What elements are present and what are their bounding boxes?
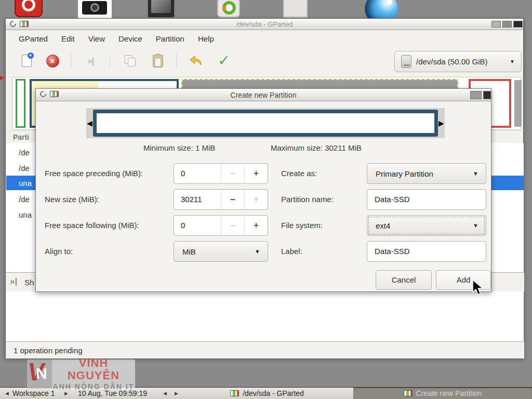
- check-icon: ✓: [218, 54, 230, 68]
- menubar: GParted Edit View Device Partition Help: [6, 30, 523, 48]
- chevron-down-icon: ▼: [510, 59, 515, 64]
- pager-next-icon[interactable]: ►: [174, 388, 179, 399]
- minimum-size-label: Minimum size: 1 MiB: [143, 143, 215, 152]
- minus-icon[interactable]: −: [221, 164, 244, 183]
- slider-right-arrow-icon[interactable]: ▶: [438, 108, 445, 138]
- free-space-preceding-value[interactable]: 0: [174, 164, 221, 183]
- toolbar-separator: [110, 54, 110, 68]
- close-button[interactable]: [513, 21, 523, 28]
- partition-name-input[interactable]: Data-SSD: [367, 189, 486, 210]
- free-space-preceding-spinner[interactable]: 0 − +: [174, 163, 268, 184]
- workspace-prev-icon[interactable]: ◄: [4, 388, 10, 399]
- taskbar-item-create-partition[interactable]: Create new Partition: [353, 388, 532, 399]
- create-as-label: Create as:: [281, 163, 317, 184]
- paste-icon: [153, 55, 163, 68]
- menu-edit[interactable]: Edit: [55, 30, 82, 48]
- menu-view[interactable]: View: [82, 30, 112, 48]
- align-to-dropdown[interactable]: MiB ▼: [174, 241, 268, 262]
- label-input[interactable]: Data-SSD: [367, 241, 486, 262]
- watermark-text: VINH NGUYÊN ANH NÔNG DÂN IT: [52, 357, 135, 391]
- cancel-button[interactable]: Cancel: [376, 270, 432, 290]
- undo-button[interactable]: [189, 54, 203, 68]
- label-label: Label:: [281, 241, 302, 262]
- globe-icon[interactable]: [365, 0, 398, 18]
- resize-move-button[interactable]: »|: [83, 54, 98, 68]
- new-partition-button[interactable]: +: [19, 54, 34, 68]
- dialog-titlebar[interactable]: Create new Partition: [36, 89, 491, 101]
- slider-partition-bar[interactable]: [93, 110, 438, 137]
- file-system-label: File system:: [281, 215, 323, 236]
- slider-free-space: [97, 113, 434, 133]
- edge-marker: [0, 76, 4, 80]
- mouse-cursor: [472, 280, 484, 296]
- free-space-following-label: Free space following (MiB):: [45, 215, 139, 236]
- menu-device[interactable]: Device: [112, 30, 149, 48]
- create-as-dropdown[interactable]: Primary Partition ▼: [367, 163, 486, 184]
- paste-button[interactable]: [151, 54, 165, 68]
- align-to-value: MiB: [174, 247, 255, 256]
- chevron-down-icon: ▼: [473, 222, 486, 229]
- gparted-icon: [404, 390, 413, 396]
- copy-button[interactable]: [123, 54, 138, 68]
- menu-gparted[interactable]: GParted: [12, 30, 55, 48]
- apply-button[interactable]: ✓: [217, 54, 231, 68]
- free-space-following-spinner[interactable]: 0 − +: [174, 215, 268, 236]
- box-icon[interactable]: [283, 0, 308, 18]
- close-button[interactable]: [483, 91, 491, 99]
- free-space-preceding-label: Free space preceding (MiB):: [45, 163, 143, 184]
- new-size-value[interactable]: 30211: [174, 190, 221, 209]
- taskbar-item-gparted[interactable]: /dev/sda - GParted: [181, 388, 353, 399]
- partition-green[interactable]: [16, 79, 25, 128]
- operation-icon: »|: [10, 276, 17, 287]
- shutdown-icon[interactable]: [15, 0, 43, 17]
- gparted-desktop-icon[interactable]: [217, 0, 240, 18]
- maximize-button[interactable]: [470, 91, 482, 99]
- partition-name-value: Data-SSD: [367, 190, 486, 209]
- new-size-label: New size (MiB):: [45, 189, 99, 210]
- watermark-logo: V N: [27, 360, 52, 389]
- slider-left-arrow-icon[interactable]: ◀: [86, 108, 93, 138]
- delete-partition-button[interactable]: ×: [45, 54, 60, 68]
- camera-lens: [90, 3, 99, 12]
- minus-icon[interactable]: −: [221, 216, 244, 235]
- partition-name-label: Partition name:: [281, 189, 334, 210]
- camera-icon[interactable]: [78, 0, 112, 18]
- create-as-value: Primary Partition: [367, 169, 473, 178]
- pager-prev-icon[interactable]: ◄: [162, 388, 168, 399]
- workspace-label[interactable]: Workspace 1: [12, 388, 55, 399]
- plus-icon[interactable]: +: [244, 216, 268, 235]
- align-to-label: Align to:: [45, 241, 73, 262]
- toolbar-separator: [176, 54, 177, 68]
- plus-icon[interactable]: +: [244, 190, 268, 209]
- new-size-spinner[interactable]: 30211 − +: [174, 189, 268, 210]
- gparted-icon: [230, 390, 239, 396]
- resize-icon: »|: [87, 55, 94, 66]
- menu-help[interactable]: Help: [191, 30, 221, 48]
- file-system-value: ext4: [367, 221, 473, 230]
- watermark-line1: VINH NGUYÊN: [52, 357, 135, 382]
- minus-icon[interactable]: −: [221, 190, 244, 209]
- partition-size-slider[interactable]: ◀ ▶: [86, 108, 445, 138]
- desktop-icon-strip: [0, 0, 532, 18]
- toolbar-separator: [71, 54, 71, 68]
- window-title: /dev/sda - GParted: [6, 19, 523, 30]
- file-system-dropdown[interactable]: ext4 ▼: [367, 215, 486, 236]
- minimize-button[interactable]: [491, 21, 501, 28]
- plus-badge-icon: +: [28, 52, 34, 59]
- power-ring: [22, 0, 35, 11]
- label-value: Data-SSD: [367, 242, 486, 261]
- maximize-button[interactable]: [502, 21, 512, 28]
- watermark: V N VINH NGUYÊN ANH NÔNG DÂN IT: [27, 360, 135, 389]
- copy-icon: [124, 55, 137, 67]
- toolbar: + × »| ✓ /dev/sda (50.00 GiB) ▼: [6, 48, 523, 76]
- taskbar-item-label: /dev/sda - GParted: [243, 389, 304, 397]
- undo-icon: [189, 55, 203, 66]
- monitor-icon[interactable]: [147, 0, 175, 18]
- menu-partition[interactable]: Partition: [149, 30, 191, 48]
- device-selector[interactable]: /dev/sda (50.00 GiB) ▼: [394, 51, 522, 72]
- logo-letter-n: N: [36, 365, 47, 382]
- maximum-size-label: Maximum size: 30211 MiB: [271, 143, 362, 152]
- free-space-following-value[interactable]: 0: [174, 216, 221, 235]
- main-titlebar[interactable]: /dev/sda - GParted: [6, 19, 523, 30]
- plus-icon[interactable]: +: [244, 164, 268, 183]
